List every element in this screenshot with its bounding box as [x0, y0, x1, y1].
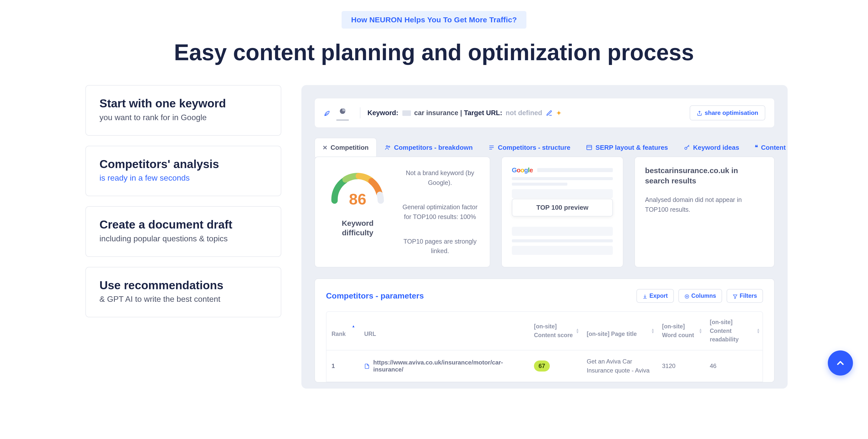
- page-title: Easy content planning and optimization p…: [158, 40, 710, 65]
- layout-icon: [586, 144, 592, 151]
- promo-pill: How NEURON Helps You To Get More Traffic…: [342, 11, 526, 29]
- google-logo: Google: [512, 166, 533, 174]
- sort-icon: ▲▼: [651, 328, 654, 334]
- step-sub: you want to rank for in Google: [99, 113, 267, 122]
- step-title: Use recommendations: [99, 279, 267, 292]
- sort-asc-icon: ▲: [352, 324, 355, 329]
- gauge: 86 Keyword difficulty: [325, 166, 390, 258]
- tab-structure[interactable]: Competitors - structure: [480, 138, 578, 157]
- sparkle-icon[interactable]: ✦: [556, 110, 561, 116]
- step-card-2[interactable]: Competitors' analysis is ready in a few …: [85, 146, 281, 196]
- tab-content-terms[interactable]: ❝ Content terms: [747, 138, 787, 157]
- cell-rank: 1: [327, 356, 359, 376]
- tab-serp[interactable]: SERP layout & features: [578, 138, 676, 157]
- steps-column: Start with one keyword you want to rank …: [85, 85, 281, 317]
- step-sub: including popular questions & topics: [99, 234, 267, 243]
- app-header: Keyword: car insurance | Target URL: not…: [314, 98, 775, 128]
- key-icon: [684, 144, 690, 151]
- tab-keyword-ideas[interactable]: Keyword ideas: [676, 138, 747, 157]
- domain-text: Analysed domain did not appear in TOP100…: [645, 195, 764, 214]
- step-card-4[interactable]: Use recommendations & GPT AI to write th…: [85, 267, 281, 317]
- header-keyword: Keyword: car insurance | Target URL: not…: [367, 109, 561, 117]
- th-page-title[interactable]: [on-site] Page title ▲▼: [582, 317, 657, 344]
- share-button[interactable]: share optimisation: [690, 105, 765, 121]
- share-icon: [697, 109, 702, 116]
- pie-chart-icon[interactable]: [339, 107, 346, 119]
- app-preview-panel: Keyword: car insurance | Target URL: not…: [301, 85, 787, 389]
- cell-score: 67: [529, 354, 582, 378]
- gauge-line-1: Not a brand keyword (by Google).: [400, 168, 480, 188]
- tab-breakdown[interactable]: Competitors - breakdown: [377, 138, 480, 157]
- sort-icon: ▲▼: [756, 328, 760, 334]
- th-content-score[interactable]: [on-site] Content score ▲▼: [529, 316, 582, 345]
- cell-page-title: Get an Aviva Car Insurance quote - Aviva: [582, 350, 657, 381]
- quote-icon: ❝: [755, 144, 758, 151]
- tab-label: Content terms: [761, 144, 787, 151]
- tab-label: SERP layout & features: [595, 144, 668, 151]
- step-sub: is ready in a few seconds: [99, 173, 267, 182]
- document-icon: [364, 363, 370, 369]
- divider: [360, 107, 361, 119]
- gauge-line-2: General optimization factor for TOP100 r…: [400, 202, 480, 222]
- tab-label: Competitors - breakdown: [394, 144, 473, 151]
- score-badge: 67: [534, 361, 550, 372]
- tab-label: Keyword ideas: [693, 144, 739, 151]
- edit-icon[interactable]: [546, 110, 554, 116]
- share-label: share optimisation: [705, 109, 758, 116]
- cell-readability: 46: [705, 356, 763, 376]
- people-icon: [384, 144, 391, 151]
- table-header-row: ▲ Rank URL [on-site] Content score ▲▼: [327, 312, 763, 350]
- step-title: Create a document draft: [99, 218, 267, 231]
- target-url-value: not defined: [505, 109, 542, 116]
- gauge-line-3: TOP10 pages are strongly linked.: [400, 237, 480, 256]
- cell-url-text: https://www.aviva.co.uk/insurance/motor/…: [373, 359, 524, 373]
- list-icon: [488, 144, 495, 151]
- svg-marker-12: [733, 295, 737, 299]
- columns-icon: [684, 293, 689, 299]
- domain-result-card: bestcarinsurance.co.uk in search results…: [634, 157, 775, 267]
- th-word-count[interactable]: [on-site] Word count ▲▼: [657, 316, 705, 345]
- table-buttons: Export Columns Filters: [637, 289, 763, 303]
- tab-label: Competitors - structure: [498, 144, 570, 151]
- filters-label: Filters: [740, 293, 757, 299]
- filters-button[interactable]: Filters: [726, 289, 763, 303]
- chevron-up-icon: [835, 358, 846, 368]
- filter-icon: [733, 293, 738, 299]
- svg-point-2: [386, 145, 388, 147]
- tab-competition[interactable]: ✕ Competition: [314, 138, 377, 157]
- export-button[interactable]: Export: [637, 289, 674, 303]
- columns-label: Columns: [691, 293, 716, 299]
- table-row[interactable]: 1 https://www.aviva.co.uk/insurance/moto…: [327, 350, 763, 381]
- step-card-1[interactable]: Start with one keyword you want to rank …: [85, 85, 281, 136]
- columns-button[interactable]: Columns: [678, 289, 722, 303]
- svg-point-10: [686, 296, 687, 297]
- info-row: 86 Keyword difficulty Not a brand keywor…: [314, 157, 775, 267]
- top-100-preview-button[interactable]: TOP 100 preview: [512, 199, 613, 216]
- gauge-value: 86: [349, 190, 366, 208]
- tab-label: Competition: [331, 144, 369, 151]
- step-card-3[interactable]: Create a document draft including popula…: [85, 206, 281, 257]
- th-readability[interactable]: [on-site] Content readability ▲▼: [705, 312, 763, 350]
- competitors-table: ▲ Rank URL [on-site] Content score ▲▼: [326, 311, 763, 382]
- keyword-value: car insurance: [414, 109, 458, 116]
- feather-icon[interactable]: [324, 109, 330, 117]
- th-url[interactable]: URL: [359, 317, 529, 344]
- svg-point-9: [685, 147, 687, 149]
- svg-point-3: [389, 146, 390, 147]
- cell-word-count: 3120: [657, 356, 705, 376]
- competitors-table-card: Competitors - parameters Export Columns: [314, 278, 775, 382]
- gauge-label: Keyword difficulty: [325, 218, 390, 237]
- scroll-to-top-button[interactable]: [828, 350, 853, 375]
- domain-title: bestcarinsurance.co.uk in search results: [645, 166, 764, 186]
- th-rank[interactable]: ▲ Rank: [327, 317, 359, 344]
- flag-icon: [402, 110, 411, 116]
- step-title: Start with one keyword: [99, 97, 267, 110]
- svg-rect-7: [587, 145, 592, 149]
- table-title: Competitors - parameters: [326, 291, 424, 301]
- sort-icon: ▲▼: [699, 328, 702, 334]
- sort-icon: ▲▼: [576, 328, 579, 334]
- svg-point-11: [685, 295, 689, 299]
- tabs-row: ✕ Competition Competitors - breakdown Co…: [314, 138, 775, 157]
- target-url-label: Target URL:: [464, 109, 502, 116]
- cell-url: https://www.aviva.co.uk/insurance/motor/…: [359, 352, 529, 379]
